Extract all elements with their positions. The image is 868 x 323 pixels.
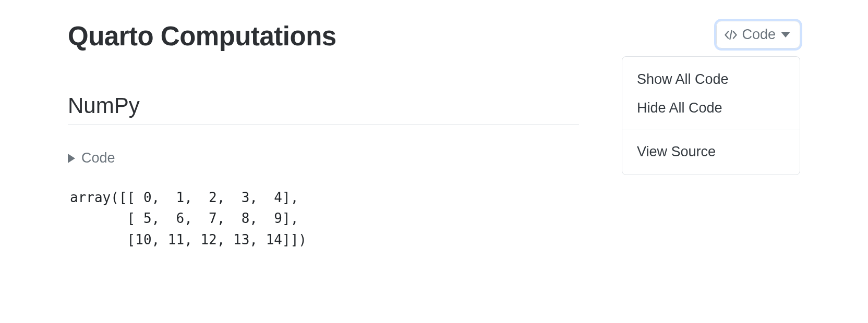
caret-down-icon (781, 32, 790, 38)
header-row: Quarto Computations Code Show All Code H… (68, 21, 800, 52)
code-tools-label: Code (742, 27, 776, 43)
code-slash-icon (724, 28, 738, 42)
page-title: Quarto Computations (68, 21, 336, 52)
code-fold-toggle[interactable]: Code (68, 150, 115, 166)
menu-show-all-code[interactable]: Show All Code (622, 65, 800, 94)
section-heading-numpy: NumPy (68, 93, 579, 125)
code-fold-label: Code (81, 150, 115, 166)
code-tools-button[interactable]: Code (716, 21, 800, 48)
menu-view-source[interactable]: View Source (622, 138, 800, 166)
caret-right-icon (68, 154, 75, 163)
code-output: array([[ 0, 1, 2, 3, 4], [ 5, 6, 7, 8, 9… (68, 187, 800, 250)
menu-hide-all-code[interactable]: Hide All Code (622, 94, 800, 122)
code-tools: Code Show All Code Hide All Code View So… (716, 21, 800, 48)
code-tools-dropdown: Show All Code Hide All Code View Source (622, 56, 800, 175)
dropdown-divider (622, 130, 800, 130)
svg-line-0 (730, 30, 732, 39)
